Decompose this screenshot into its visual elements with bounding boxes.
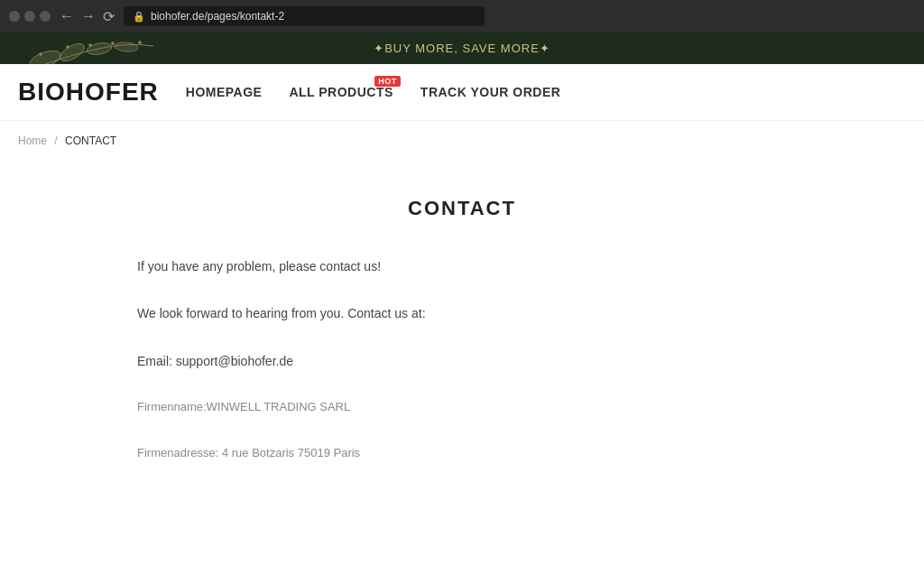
- browser-maximize-btn[interactable]: [40, 11, 51, 22]
- nav-track-order[interactable]: TRACK YOUR ORDER: [420, 85, 561, 99]
- nav-all-products[interactable]: ALL PRODUCTS HOT: [289, 85, 393, 99]
- breadcrumb-home[interactable]: Home: [18, 135, 47, 147]
- contact-title: CONTACT: [137, 197, 787, 220]
- contact-para-2: We look forward to hearing from you. Con…: [137, 303, 787, 323]
- browser-chrome: ← → ⟳ 🔒 biohofer.de/pages/kontakt-2: [0, 0, 924, 32]
- svg-point-4: [40, 53, 42, 56]
- breadcrumb-separator: /: [54, 135, 57, 147]
- breadcrumb: Home / CONTACT: [0, 121, 924, 161]
- contact-para-3: Email: support@biohofer.de: [137, 351, 787, 371]
- main-nav: HOMEPAGE ALL PRODUCTS HOT TRACK YOUR ORD…: [186, 85, 561, 99]
- lock-icon: 🔒: [133, 11, 145, 23]
- svg-point-1: [58, 40, 88, 64]
- address-bar[interactable]: 🔒 biohofer.de/pages/kontakt-2: [124, 6, 485, 26]
- hot-badge: HOT: [374, 76, 401, 87]
- browser-close-btn[interactable]: [9, 11, 20, 22]
- svg-point-0: [27, 47, 62, 64]
- forward-button[interactable]: →: [79, 8, 97, 24]
- svg-point-3: [115, 42, 139, 52]
- contact-body: If you have any problem, please contact …: [137, 256, 787, 463]
- url-text: biohofer.de/pages/kontakt-2: [151, 10, 284, 23]
- banner-text: ✦BUY MORE, SAVE MORE✦: [374, 42, 550, 55]
- nav-homepage[interactable]: HOMEPAGE: [186, 85, 263, 99]
- browser-buttons: [9, 11, 51, 22]
- contact-para-5: Firmenadresse: 4 rue Botzaris 75019 Pari…: [137, 444, 787, 463]
- browser-nav: ← → ⟳: [58, 8, 116, 25]
- back-button[interactable]: ←: [58, 8, 76, 24]
- browser-minimize-btn[interactable]: [24, 11, 35, 22]
- breadcrumb-current: CONTACT: [65, 135, 116, 147]
- logo[interactable]: BIOHOFER: [18, 78, 159, 107]
- svg-point-5: [67, 46, 69, 49]
- reload-button[interactable]: ⟳: [101, 8, 116, 25]
- svg-point-8: [139, 42, 142, 44]
- svg-point-7: [112, 42, 115, 45]
- svg-point-6: [89, 44, 92, 47]
- main-content: CONTACT If you have any problem, please …: [101, 179, 823, 508]
- header: BIOHOFER HOMEPAGE ALL PRODUCTS HOT TRACK…: [0, 64, 924, 121]
- top-banner: ✦BUY MORE, SAVE MORE✦: [0, 32, 924, 64]
- contact-para-4: Firmenname:WINWELL TRADING SARL: [137, 398, 787, 417]
- contact-para-1: If you have any problem, please contact …: [137, 256, 787, 276]
- leaf-decoration: [0, 32, 180, 64]
